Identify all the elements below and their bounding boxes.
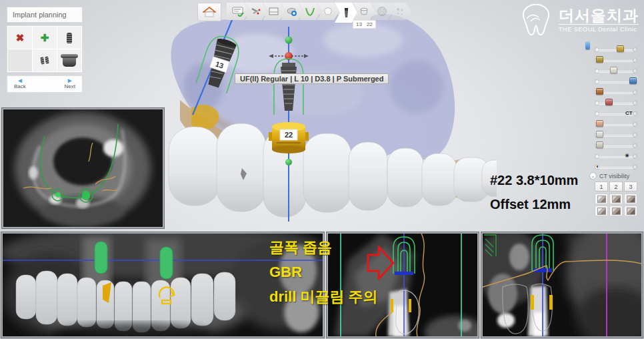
patient-card-icon (232, 6, 244, 17)
contrast-slider[interactable]: ◐ (591, 161, 639, 172)
ct-volume-preset-button[interactable] (595, 194, 608, 204)
ct-volume-preset-button[interactable] (624, 206, 637, 216)
single-implant-button[interactable] (57, 27, 81, 49)
cylinder-slider[interactable] (591, 87, 639, 97)
back-button[interactable]: ◄ Back (14, 77, 26, 91)
ct-preset-buttons: 1 2 3 (595, 182, 640, 192)
abutment-icon (63, 57, 76, 67)
export-icon (394, 6, 406, 17)
add-plan-icon (286, 6, 298, 17)
tooth-wax-slider[interactable] (591, 65, 639, 76)
teeth-model-slider-icon[interactable] (596, 131, 603, 137)
scanbody-slider[interactable] (591, 76, 639, 87)
ct-volume-preset-button[interactable] (624, 194, 637, 204)
implant-planning-app: 13 (0, 0, 644, 339)
note-bone-width: 골폭 좁음 (269, 235, 378, 260)
brightness-slider-icon[interactable]: ☀ (625, 152, 629, 160)
monitor-icon (268, 6, 280, 17)
wizard-nav: ◄ Back ► Next (7, 75, 83, 93)
note-gbr: GBR (269, 260, 378, 284)
multi-implant-button[interactable] (33, 49, 57, 71)
note-drill: drill 미끌림 주의 (269, 284, 378, 309)
abutment-slider[interactable] (591, 55, 639, 65)
crown-slider[interactable] (591, 44, 639, 55)
ct-preset-2-button[interactable]: 2 (609, 182, 623, 192)
brightness-slider[interactable]: ☀ (591, 151, 639, 161)
abutment-step-icon (358, 6, 370, 17)
ct-preset-3-button[interactable]: 3 (624, 182, 637, 192)
guide-sleeve-22[interactable]: 22 (269, 122, 309, 153)
teeth-model-slider[interactable] (591, 129, 639, 140)
home-icon (203, 7, 216, 17)
next-arrow-icon: ► (67, 77, 73, 83)
home-button[interactable] (197, 3, 221, 21)
screws-slider-icon[interactable] (605, 99, 613, 105)
back-arrow-icon: ◄ (17, 77, 23, 83)
jaw-model-slider[interactable] (591, 140, 639, 151)
workflow-toolbar (197, 3, 411, 23)
viewport-3d[interactable]: 13 (163, 0, 497, 232)
ct-volume-presets (595, 194, 640, 216)
ct-slider-icon[interactable]: CT (625, 109, 633, 117)
add-icon: ✚ (41, 32, 49, 44)
ct-preset-1-button[interactable]: 1 (595, 182, 608, 192)
chevron-down-icon[interactable]: ⌄ (589, 172, 597, 180)
clinic-logo: 더서울치과 THE SEOUL Dental Clinic (519, 4, 639, 36)
implant-icon (67, 33, 72, 43)
tooth-icon (322, 6, 334, 17)
clinic-name-korean: 더서울치과 (559, 7, 639, 24)
tooth-wax-slider-icon[interactable] (610, 67, 617, 73)
cross-section-view-13[interactable] (481, 232, 643, 338)
ct-slider[interactable]: CT (591, 108, 639, 119)
crown-slider-icon[interactable] (617, 45, 624, 52)
implant-22-depth-handle[interactable] (285, 37, 293, 44)
implant-spec-tooltip: UF(II) Regular | L 10 | D3.8 | P Submerg… (235, 73, 389, 84)
sleeve-22-label: 22 (285, 131, 293, 139)
disc-icon (376, 6, 388, 17)
implant-platform-marker (395, 272, 413, 275)
implant-spec-annotation: #22 3.8*10mm Offset 12mm (490, 168, 578, 216)
screws-slider[interactable] (591, 97, 639, 108)
delete-implant-button[interactable]: ✖ (8, 27, 32, 49)
implant-tool-grid: ✖ ✚ (7, 25, 83, 73)
abutment-button[interactable] (57, 49, 81, 71)
next-button[interactable]: ► Next (65, 77, 75, 91)
planned-teeth-badge[interactable]: 13 22 (353, 20, 376, 29)
implant-step-icon (340, 7, 352, 19)
cylinder-slider-icon[interactable] (596, 88, 603, 95)
implant-22-apex-handle[interactable] (285, 159, 292, 165)
face-slider-icon[interactable] (596, 120, 603, 127)
scanbody-slider-icon[interactable] (629, 77, 637, 84)
contrast-slider-icon[interactable]: ◐ (596, 163, 599, 171)
abutment-slider-icon[interactable] (596, 56, 603, 63)
multi-implant-icon (40, 56, 49, 65)
ct-visibility-label: CT visibility (599, 173, 629, 180)
arch-icon (304, 6, 316, 17)
add-implant-button[interactable]: ✚ (33, 27, 57, 49)
ct-volume-preset-button[interactable] (609, 194, 623, 204)
empty-tool-cell (8, 49, 32, 71)
ct-volume-preset-button[interactable] (595, 206, 608, 216)
surgical-notes: 골폭 좁음 GBR drill 미끌림 주의 (269, 235, 378, 309)
clinic-name-english: THE SEOUL Dental Clinic (559, 24, 639, 33)
implant-planning-panel: Implant planning ✖ ✚ ◄ Back ► Next (7, 7, 83, 93)
tooth-logo-icon (519, 4, 553, 36)
face-slider[interactable] (591, 119, 639, 129)
axial-ct-view[interactable] (2, 108, 164, 228)
step-patient-info[interactable] (227, 3, 249, 20)
jaw-model-slider-icon[interactable] (596, 141, 603, 148)
ct-volume-preset-button[interactable] (609, 206, 623, 216)
implant-22-pano-marker[interactable] (160, 247, 173, 279)
panel-title: Implant planning (7, 7, 83, 23)
ct-visibility-panel: ⌄ CT visibility 1 2 3 (589, 172, 640, 216)
implant-13-pano-marker[interactable] (95, 242, 107, 274)
screws-icon (250, 6, 262, 17)
layer-sliders: CT☀◐ (591, 44, 639, 172)
delete-icon: ✖ (16, 32, 25, 44)
implant-pin-icon[interactable] (585, 41, 590, 49)
